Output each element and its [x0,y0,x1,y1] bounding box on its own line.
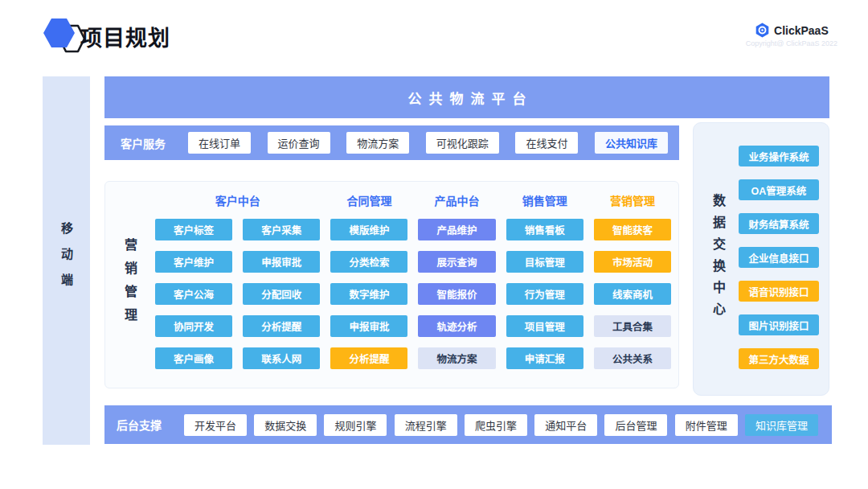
module-cell: 联系人网 [243,347,320,369]
module-cell: 客户公海 [155,283,232,305]
service-button: 运价查询 [268,132,330,154]
brand-block: ClickPaaS Copyright@ ClickPaaS 2022 [746,23,837,47]
system-button: 图片识别接口 [739,314,819,335]
clickpaas-logo-icon [755,23,770,38]
mobile-side-bar-label: 移动端 [58,222,75,299]
top-banner: 公共物流平台 [104,76,829,118]
module-cell: 智能报价 [418,283,495,305]
service-button: 可视化跟踪 [426,132,499,154]
module-cell: 展示查询 [418,251,495,273]
system-button: 语音识别接口 [739,281,819,302]
grid-cells: 客户标签 客户采集 模版维护 产品维护 销售看板 智能获客 客户维护 申报审批 … [155,219,671,369]
backend-button: 通知平台 [534,414,597,436]
module-cell: 客户画像 [155,347,232,369]
column-header: 产品中台 [418,192,495,208]
module-cell: 项目管理 [506,315,583,337]
module-cell: 行为管理 [506,283,583,305]
module-cell: 客户采集 [243,219,320,240]
backend-button: 数据交换 [254,414,317,436]
data-exchange-buttons: 业务操作系统 OA管理系统 财务结算系统 企业信息接口 语音识别接口 图片识别接… [739,146,819,369]
module-cell: 申报审批 [330,315,407,337]
module-cell: 客户标签 [155,219,232,240]
module-cell: 物流方案 [418,347,495,369]
module-cell: 协同开发 [155,315,232,337]
backend-support-label: 后台支撑 [117,417,162,433]
customer-service-row: 客户服务 在线订单 运价查询 物流方案 可视化跟踪 在线支付 公共知识库 [104,125,679,160]
module-cell: 分类检索 [330,251,407,273]
backend-support-bar: 后台支撑 开发平台 数据交换 规则引擎 流程引擎 爬虫引擎 通知平台 后台管理 … [104,405,832,444]
data-exchange-label-wrap: 数据交换中心 [702,123,734,395]
top-banner-label: 公共物流平台 [401,88,534,108]
backend-button: 后台管理 [604,414,667,436]
grid-column-headers: 客户中台 合同管理 产品中台 销售管理 营销管理 [155,189,671,212]
system-button: 企业信息接口 [739,247,819,268]
backend-support-buttons: 开发平台 数据交换 规则引擎 流程引擎 爬虫引擎 通知平台 后台管理 附件管理 … [184,414,818,436]
system-button: OA管理系统 [739,179,819,200]
module-cell: 申请汇报 [506,347,583,369]
module-cell: 客户维护 [155,251,232,273]
data-exchange-panel: 数据交换中心 业务操作系统 OA管理系统 财务结算系统 企业信息接口 语音识别接… [693,122,829,396]
module-cell: 轨迹分析 [418,315,495,337]
customer-service-label: 客户服务 [121,135,166,151]
module-cell: 公共关系 [594,347,671,369]
column-header: 销售管理 [506,192,583,208]
module-cell: 销售看板 [506,219,583,240]
backend-button: 爬虫引擎 [465,414,527,436]
grid-side-label-wrap: 营销管理 [107,182,152,388]
column-header: 合同管理 [330,192,407,208]
grid-side-label: 营销管理 [120,238,139,331]
system-button: 财务结算系统 [739,213,819,234]
backend-button: 附件管理 [675,414,738,436]
backend-button: 流程引擎 [395,414,457,436]
page-title: 项目规划 [80,21,170,52]
backend-button: 开发平台 [184,414,247,436]
module-cell: 分析提醒 [330,347,407,369]
marketing-management-panel: 营销管理 客户中台 合同管理 产品中台 销售管理 营销管理 客户标签 客户采集 … [104,181,679,388]
module-cell: 产品维护 [418,219,495,240]
backend-button: 规则引擎 [324,414,387,436]
module-cell: 目标管理 [506,251,583,273]
column-header: 客户中台 [155,192,320,208]
module-cell: 数字维护 [330,283,407,305]
module-cell: 分配回收 [243,283,320,305]
module-cell: 工具合集 [594,315,671,337]
mobile-side-bar: 移动端 [43,76,90,445]
grid-content: 客户中台 合同管理 产品中台 销售管理 营销管理 客户标签 客户采集 模版维护 … [155,189,671,369]
module-cell: 分析提醒 [243,315,320,337]
module-cell: 智能获客 [594,219,671,240]
module-cell: 模版维护 [330,219,407,240]
service-button: 在线订单 [188,132,251,154]
data-exchange-label: 数据交换中心 [708,194,727,324]
module-cell: 市场活动 [594,251,671,273]
service-button: 公共知识库 [595,132,668,154]
service-button: 在线支付 [515,132,578,154]
copyright-text: Copyright@ ClickPaaS 2022 [746,39,837,47]
system-button: 第三方大数据 [739,348,819,369]
customer-service-buttons: 在线订单 运价查询 物流方案 可视化跟踪 在线支付 公共知识库 [188,132,668,154]
module-cell: 申报审批 [243,251,320,273]
brand-name: ClickPaaS [774,24,829,37]
service-button: 物流方案 [346,132,409,154]
backend-button: 知识库管理 [745,414,818,436]
module-cell: 线索商机 [594,283,671,305]
column-header: 营销管理 [594,192,671,208]
system-button: 业务操作系统 [739,146,819,166]
